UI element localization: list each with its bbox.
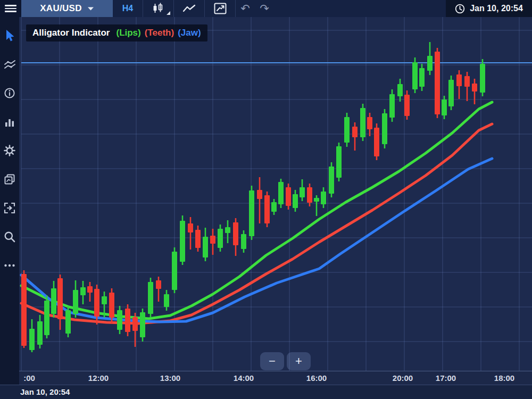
toolbar-spacer [274, 0, 446, 17]
chart-type-area-button[interactable] [205, 0, 236, 17]
toolbar-datetime: Jan 10, 20:54 [470, 4, 523, 13]
top-toolbar: XAU/USD H4 ↶ ↷ [0, 0, 532, 17]
time-axis-label: 13:00 [160, 373, 180, 383]
trading-app: { "toolbar": { "symbol_label": "XAU/USD"… [0, 0, 532, 399]
candle-body [80, 287, 86, 295]
redo-icon: ↷ [260, 2, 269, 15]
teeth-label: (Teeth) [145, 28, 174, 38]
indicator-lines-icon [3, 58, 16, 71]
more-options-button[interactable] [3, 259, 16, 272]
candle-body [94, 289, 99, 317]
indicator-legend[interactable]: Alligator Indicator (Lips) (Teeth) (Jaw) [26, 24, 207, 41]
settings-button[interactable] [3, 144, 16, 157]
candle-body [278, 182, 284, 204]
timeframe-button[interactable]: H4 [113, 0, 143, 17]
candle-body [140, 312, 145, 337]
symbol-selector[interactable]: XAU/USD [21, 0, 113, 17]
candle-body [448, 80, 454, 106]
symbol-label: XAU/USD [40, 3, 82, 14]
candle-body [389, 94, 395, 118]
cursor-tool-button[interactable] [3, 29, 16, 43]
candle-body [344, 117, 350, 143]
candle-body [203, 237, 208, 257]
zoom-out-button[interactable]: − [260, 352, 284, 370]
dropdown-corner-icon [167, 11, 170, 15]
candle-body [57, 278, 63, 319]
candle-body [51, 288, 56, 314]
cursor-icon [3, 29, 16, 43]
candle-body [480, 64, 485, 93]
candle-body [44, 301, 49, 335]
candle-body [271, 202, 277, 212]
candle-body [374, 128, 379, 156]
candle-body [360, 108, 365, 137]
search-icon [3, 230, 16, 243]
undo-icon: ↶ [240, 2, 250, 15]
candle-body [233, 222, 238, 245]
redo-button[interactable]: ↷ [255, 0, 274, 17]
lips-label: (Lips) [116, 28, 140, 38]
fullscreen-button[interactable] [3, 201, 16, 215]
candle-body [172, 252, 177, 290]
candle-body [102, 296, 107, 304]
gear-icon [3, 144, 16, 157]
time-axis-label: 12:00 [88, 373, 109, 383]
zoom-controls: − + [260, 352, 311, 370]
candle-body [427, 56, 433, 71]
timeframe-label: H4 [122, 4, 133, 13]
indicator-title: Alligator Indicator [32, 28, 110, 38]
candle-body [180, 221, 185, 262]
history-pages-button[interactable] [3, 172, 16, 186]
status-bar: Jan 10, 20:54 [0, 385, 532, 399]
menu-button[interactable] [0, 0, 21, 17]
candle-body [419, 68, 425, 87]
jaw-label: (Jaw) [178, 28, 201, 38]
candle-body [367, 117, 372, 129]
time-axis-label: 17:00 [436, 373, 456, 383]
indicators-button[interactable] [3, 57, 16, 71]
search-button[interactable] [3, 230, 16, 244]
candle-body [164, 294, 169, 307]
info-icon [3, 87, 16, 99]
candle-body [464, 76, 470, 87]
time-axis[interactable]: :0012:0013:0014:0016:0020:0017:0018:00 [19, 371, 532, 385]
layered-pages-icon [3, 173, 16, 186]
candle-body [241, 234, 246, 249]
candle-body [382, 113, 387, 144]
candle-body [148, 282, 153, 314]
time-axis-label: 20:00 [393, 373, 413, 383]
bar-chart-icon [3, 115, 16, 128]
candle-body [73, 290, 78, 314]
candle-body [352, 127, 358, 137]
undo-button[interactable]: ↶ [236, 0, 255, 17]
info-button[interactable] [3, 86, 16, 100]
candle-body [404, 95, 410, 116]
candle-body [65, 310, 71, 334]
candle-body [300, 187, 305, 197]
clock-icon [455, 4, 465, 14]
candle-body [195, 230, 201, 248]
candle-body [412, 62, 418, 89]
candle-body [286, 187, 291, 206]
ellipsis-icon [3, 263, 16, 268]
chevron-down-icon [87, 6, 94, 11]
candle-body [293, 194, 298, 208]
line-chart-icon [182, 4, 196, 13]
candle-body [321, 192, 326, 204]
candle-body [435, 52, 440, 114]
candle-body [37, 321, 43, 345]
chart-type-line-button[interactable] [174, 0, 205, 17]
candle-body [218, 229, 223, 248]
candle-body [314, 198, 319, 202]
candle-body [336, 146, 342, 178]
price-chart[interactable] [0, 0, 532, 399]
candle-body [117, 310, 122, 330]
trading-stats-button[interactable] [3, 115, 16, 129]
candle-body [264, 195, 270, 223]
chart-type-candles-button[interactable] [143, 0, 174, 17]
candle-body [21, 274, 27, 346]
expand-arrow-icon [3, 202, 16, 214]
candle-body [329, 167, 334, 194]
time-axis-label: 16:00 [306, 373, 327, 383]
zoom-in-button[interactable]: + [287, 352, 311, 370]
